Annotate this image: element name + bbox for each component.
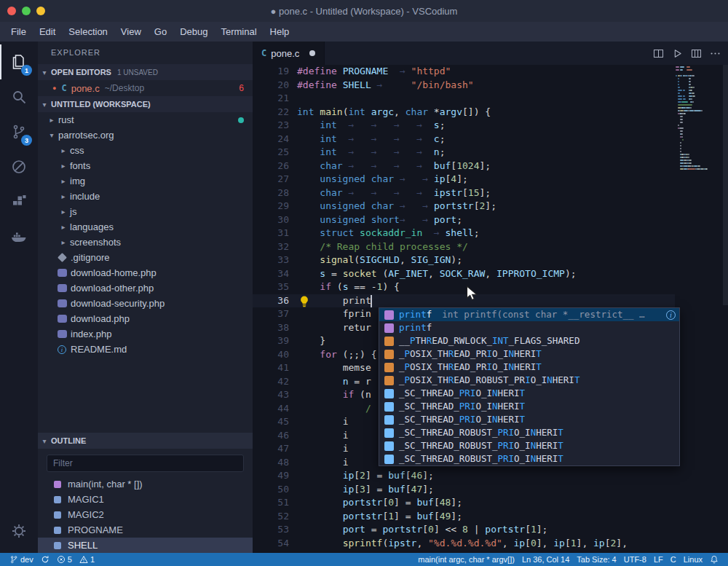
activity-explorer[interactable]: 1 <box>0 44 38 79</box>
line-number-38[interactable]: 38 <box>253 321 289 335</box>
folder-js[interactable]: ▸js <box>38 204 253 219</box>
menu-go[interactable]: Go <box>148 23 173 40</box>
tab-pone-c[interactable]: C pone.c <box>253 42 325 65</box>
outline-item-magic2[interactable]: MAGIC2 <box>38 507 253 522</box>
suggestion--sc-thread-prio-inherit[interactable]: _SC_THREAD_PRIO_INHERIT <box>379 413 679 426</box>
folder-parrotsec-org[interactable]: ▾parrotsec.org <box>38 127 253 143</box>
suggestion--sc-thread-robust-prio-inherit[interactable]: _SC_THREAD_ROBUST_PRIO_INHERIT <box>379 426 679 439</box>
outline-item-magic1[interactable]: MAGIC1 <box>38 492 253 507</box>
file-index-php[interactable]: index.php <box>38 326 253 342</box>
folder-rust[interactable]: ▸rust <box>38 112 253 127</box>
run-button[interactable] <box>670 46 684 60</box>
file--gitignore[interactable]: .gitignore <box>38 250 253 265</box>
folder-img[interactable]: ▸img <box>38 173 253 189</box>
status-os[interactable]: Linux <box>680 553 706 566</box>
info-icon[interactable]: i <box>666 310 676 320</box>
status-symbol[interactable]: main(int argc, char * argv[]) <box>414 553 518 566</box>
line-number-51[interactable]: 51 <box>253 496 289 510</box>
line-number-33[interactable]: 33 <box>253 253 289 267</box>
more-actions-button[interactable] <box>708 46 722 60</box>
status-warnings[interactable]: 1 <box>76 553 98 566</box>
workspace-header[interactable]: ▾ UNTITLED (WORKSPACE) <box>38 96 253 112</box>
suggestion--sc-thread-prio-inherit[interactable]: _SC_THREAD_PRIO_INHERIT <box>379 387 679 400</box>
activity-settings[interactable] <box>0 514 38 549</box>
line-number-23[interactable]: 23 <box>253 119 289 133</box>
status-tab-size[interactable]: Tab Size: 4 <box>573 553 620 566</box>
line-number-50[interactable]: 50 <box>253 483 289 497</box>
window-minimize-button[interactable] <box>36 7 45 15</box>
scrollbar-thumb[interactable] <box>723 65 728 305</box>
open-editor-item-pone[interactable]: ● C pone.c ~/Desktop 6 <box>38 80 253 96</box>
line-number-46[interactable]: 46 <box>253 429 289 443</box>
file-download-php[interactable]: download.php <box>38 311 253 326</box>
suggestion--pthread-rwlock-int-flags-shared[interactable]: __PTHREAD_RWLOCK_INT_FLAGS_SHARED <box>379 334 679 347</box>
menu-selection[interactable]: Selection <box>62 23 114 40</box>
line-number-28[interactable]: 28 <box>253 186 289 200</box>
folder-css[interactable]: ▸css <box>38 143 253 158</box>
status-errors[interactable]: 5 <box>53 553 76 566</box>
line-number-45[interactable]: 45 <box>253 415 289 429</box>
outline-item-progname[interactable]: PROGNAME <box>38 522 253 538</box>
line-number-48[interactable]: 48 <box>253 456 289 470</box>
status-eol[interactable]: LF <box>650 553 667 566</box>
file-readme-md[interactable]: iREADME.md <box>38 342 253 357</box>
suggestion--posix-thread-prio-inherit[interactable]: _POSIX_THREAD_PRIO_INHERIT <box>379 347 679 361</box>
line-number-34[interactable]: 34 <box>253 267 289 281</box>
file-download-security-php[interactable]: download-security.php <box>38 296 253 311</box>
line-number-42[interactable]: 42 <box>253 375 289 389</box>
open-editors-header[interactable]: ▾ OPEN EDITORS 1 UNSAVED <box>38 64 253 80</box>
line-number-21[interactable]: 21 <box>253 92 289 106</box>
line-number-31[interactable]: 31 <box>253 227 289 240</box>
line-number-53[interactable]: 53 <box>253 523 289 537</box>
line-number-40[interactable]: 40 <box>253 348 289 362</box>
line-number-26[interactable]: 26 <box>253 160 289 173</box>
outline-item-shell[interactable]: SHELL <box>38 538 253 553</box>
line-number-52[interactable]: 52 <box>253 510 289 524</box>
window-close-button[interactable] <box>7 7 16 15</box>
suggestion--sc-thread-robust-prio-inherit[interactable]: _SC_THREAD_ROBUST_PRIO_INHERIT <box>379 439 679 452</box>
activity-source-control[interactable]: 3 <box>0 114 38 149</box>
menu-edit[interactable]: Edit <box>33 23 62 40</box>
menu-help[interactable]: Help <box>264 23 296 40</box>
folder-include[interactable]: ▸include <box>38 189 253 204</box>
status-branch[interactable]: dev <box>6 553 37 566</box>
line-number-22[interactable]: 22 <box>253 106 289 119</box>
line-number-43[interactable]: 43 <box>253 388 289 402</box>
line-number-25[interactable]: 25 <box>253 146 289 160</box>
line-number-20[interactable]: 20 <box>253 79 289 93</box>
suggestion--sc-thread-robust-prio-inherit[interactable]: _SC_THREAD_ROBUST_PRIO_INHERIT <box>379 452 679 465</box>
outline-item-main-int-char-[interactable]: main(int, char * []) <box>38 476 253 492</box>
unsaved-dot-icon[interactable] <box>309 50 315 56</box>
activity-docker[interactable] <box>0 219 38 254</box>
activity-debug[interactable] <box>0 149 38 184</box>
suggestion--posix-thread-prio-inherit[interactable]: _POSIX_THREAD_PRIO_INHERIT <box>379 361 679 374</box>
folder-fonts[interactable]: ▸fonts <box>38 158 253 173</box>
code-editor[interactable]: 1920212223242526272829303132333435363738… <box>253 65 728 553</box>
suggestion--sc-thread-prio-inherit[interactable]: _SC_THREAD_PRIO_INHERIT <box>379 400 679 413</box>
menu-file[interactable]: File <box>4 23 33 40</box>
status-encoding[interactable]: UTF-8 <box>620 553 650 566</box>
menu-debug[interactable]: Debug <box>173 23 214 40</box>
line-number-27[interactable]: 27 <box>253 173 289 186</box>
code-action-lightbulb-icon[interactable] <box>299 296 309 306</box>
file-download-other-php[interactable]: download-other.php <box>38 280 253 296</box>
line-number-36[interactable]: 36 <box>253 294 289 308</box>
line-number-35[interactable]: 35 <box>253 280 289 294</box>
minimap[interactable] <box>676 66 722 171</box>
window-maximize-button[interactable] <box>22 7 31 15</box>
line-number-41[interactable]: 41 <box>253 361 289 375</box>
activity-search[interactable] <box>0 79 38 114</box>
folder-languages[interactable]: ▸languages <box>38 219 253 235</box>
activity-extensions[interactable] <box>0 184 38 219</box>
split-editor-button[interactable] <box>651 46 665 60</box>
suggestion--posix-thread-robust-prio-inherit[interactable]: _POSIX_THREAD_ROBUST_PRIO_INHERIT <box>379 374 679 387</box>
status-cursor-position[interactable]: Ln 36, Col 14 <box>518 553 573 566</box>
suggestion-printf[interactable]: printf <box>379 321 679 334</box>
status-notifications[interactable] <box>706 553 722 566</box>
toggle-layout-button[interactable] <box>689 46 703 60</box>
line-number-49[interactable]: 49 <box>253 469 289 483</box>
suggestion-printf[interactable]: printfint printf(const char *__restrict_… <box>379 308 679 321</box>
line-number-32[interactable]: 32 <box>253 240 289 254</box>
menu-terminal[interactable]: Terminal <box>214 23 263 40</box>
status-language-mode[interactable]: C <box>667 553 680 566</box>
